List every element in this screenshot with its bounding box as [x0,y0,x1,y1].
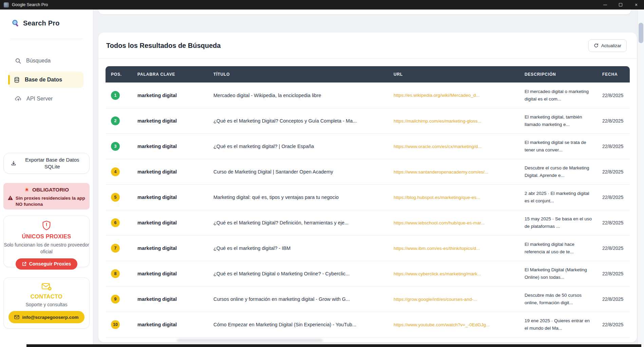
previous-card-edge [98,10,631,14]
title-cell: Curso de Marketing Digital | Santander O… [208,169,388,175]
contact-card: CONTACTO Soporte y consultas info@scrape… [3,277,90,329]
table-row: 6 marketing digital ¿Qué es el Marketing… [106,210,630,235]
table-header-row: POS. PALABRA CLAVE TÍTULO URL DESCRIPCIÓ… [106,66,630,83]
cloud-upload-icon [15,95,22,102]
proxies-text: Solo funcionan los de nuestro proveedor … [4,241,89,255]
sidebar-item-busqueda[interactable]: Búsqueda [0,53,93,69]
envelope-icon [14,315,19,319]
title-cell: ¿Qué es el Marketing Digital o Marketing… [208,271,388,276]
pos-badge: 10 [111,320,120,329]
desc-cell: El Marketing Digital (Marketing Online) … [519,266,597,281]
desc-cell: 19 ene 2025 · Quieres entrar en el mundo… [519,317,597,332]
external-link-icon [22,262,26,266]
minimize-icon [603,5,607,5]
sidebar-item-label: API Server [26,96,53,102]
url-link[interactable]: https://mailchimp.com/es/marketing-gloss… [388,118,519,124]
url-link[interactable]: https://grow.google/intl/es/courses-and-… [388,297,519,302]
url-link[interactable]: https://blog.hubspot.es/marketing/que-es… [388,195,519,200]
proxies-title: ÚNICOS PROXIES [4,233,89,240]
sidebar-bottom: Exportar Base de Datos SQLite OBLIGATORI… [0,153,93,347]
url-link[interactable]: https://es.wikipedia.org/wiki/Mercadeo_d… [388,93,519,98]
results-card: Todos los Resultados de Búsqueda Actuali… [98,33,637,342]
search-icon [15,58,21,64]
proxies-card: ÚNICOS PROXIES Solo funcionan los de nue… [3,216,90,267]
col-header-description: DESCRIPCIÓN [519,72,597,77]
date-cell: 22/8/2025 [597,144,629,149]
title-cell: ¿Qué es el marketing digital? - IBM [208,245,388,251]
date-cell: 22/8/2025 [597,220,629,225]
col-header-title: TÍTULO [208,72,388,77]
desc-cell: Descubre el curso de Marketing Digital. … [519,164,597,179]
minimize-button[interactable] [597,0,613,10]
keyword-cell: marketing digital [132,271,208,276]
date-cell: 22/8/2025 [597,93,629,98]
export-database-label: Exportar Base de Datos SQLite [20,157,84,170]
keyword-cell: marketing digital [132,118,208,124]
url-link[interactable]: https://www.iebschool.com/hub/que-es-mar… [388,220,519,225]
contact-email-button[interactable]: info@scrapegooserp.com [8,311,84,323]
contact-email-label: info@scrapegooserp.com [22,315,78,320]
pos-badge: 4 [111,167,120,176]
keyword-cell: marketing digital [132,322,208,327]
title-cell: Cursos online y formación en marketing d… [208,296,388,302]
title-cell: ¿Qué es el Marketing Digital? Conceptos … [208,118,388,124]
app-icon [4,2,9,7]
table-row: 4 marketing digital Curso de Marketing D… [106,159,630,184]
contact-text: Soporte y consultas [4,302,89,307]
window-title: Google Search Pro [12,2,48,7]
maximize-button[interactable] [613,0,628,10]
app-logo: Search Pro [0,16,93,31]
close-button[interactable]: × [628,0,644,10]
pos-badge: 1 [111,91,120,100]
get-proxies-button[interactable]: Conseguir Proxies [16,258,78,270]
table-row: 5 marketing digital Marketing digital: q… [106,184,630,210]
close-icon: × [635,2,638,7]
pos-badge: 2 [111,116,120,125]
table-row: 3 marketing digital ¿Qué es el marketing… [106,133,630,159]
sidebar-item-label: Base de Datos [25,77,62,83]
refresh-icon [594,43,599,48]
desc-cell: 15 may 2025 · Se basa en el uso de plata… [519,215,597,230]
logo-text: Search Pro [23,19,60,27]
keyword-cell: marketing digital [132,169,208,175]
col-header-pos: POS. [106,72,132,77]
date-cell: 22/8/2025 [597,296,629,302]
pos-badge: 6 [111,218,120,227]
date-cell: 22/8/2025 [597,322,629,327]
table-row: 2 marketing digital ¿Qué es el Marketing… [106,108,630,133]
url-link[interactable]: https://www.oracle.com/es/cx/marketing/d… [388,144,519,149]
sidebar-nav: Búsqueda Base de Datos API Server [0,53,93,107]
warning-title: OBLIGATORIO [32,187,69,193]
maximize-icon [619,3,622,6]
col-header-url: URL [388,72,519,77]
sidebar-item-base-de-datos[interactable]: Base de Datos [8,72,83,88]
table-row: 1 marketing digital Mercadeo digital - W… [106,83,630,108]
download-icon [11,160,17,166]
desc-cell: El mercadeo digital o marketing digital … [519,88,597,103]
contact-title: CONTACTO [4,293,89,300]
magnifier-logo-icon [12,19,20,27]
results-table: POS. PALABRA CLAVE TÍTULO URL DESCRIPCIÓ… [98,59,637,342]
scrollbar-thumb[interactable] [639,23,643,43]
url-link[interactable]: https://www.santanderopenacademy.com/es/… [388,169,519,175]
url-link[interactable]: https://www.ibm.com/es-es/think/topics/d… [388,246,519,251]
desc-cell: El marketing digital hace referencia al … [519,241,597,255]
refresh-button[interactable]: Actualizar [588,39,627,52]
keyword-cell: marketing digital [132,220,208,225]
pos-badge: 5 [111,193,120,202]
export-database-button[interactable]: Exportar Base de Datos SQLite [3,153,90,174]
page-title: Todos los Resultados de Búsqueda [106,42,221,50]
sidebar-item-api-server[interactable]: API Server [0,91,93,107]
warning-text: Sin proxies residenciales la app NO func… [16,195,86,207]
mandatory-warning-box: OBLIGATORIO Sin proxies residenciales la… [3,183,90,209]
url-link[interactable]: https://www.cyberclick.es/marketing/mark… [388,271,519,276]
desc-cell: Descubre más de 50 cursos online, formac… [519,292,597,306]
url-link[interactable]: https://www.youtube.com/watch?v=_-0EdGJg… [388,322,519,327]
date-cell: 22/8/2025 [597,245,629,251]
vertical-scrollbar[interactable] [638,10,644,347]
keyword-cell: marketing digital [132,93,208,98]
keyword-cell: marketing digital [132,144,208,149]
title-cell: ¿Qué es el Marketing Digital? Definición… [208,220,388,225]
main-content: Todos los Resultados de Búsqueda Actuali… [93,10,644,347]
desc-cell: El marketing digital, también llamado ma… [519,113,597,128]
